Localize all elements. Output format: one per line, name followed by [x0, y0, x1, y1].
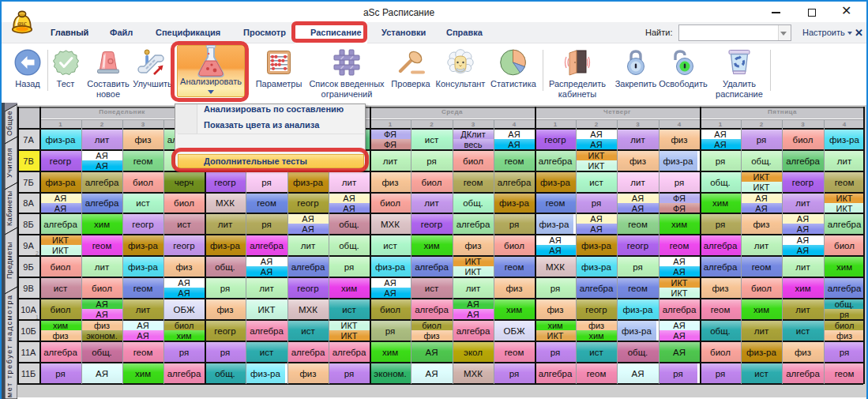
- svg-text:asc: asc: [17, 19, 27, 27]
